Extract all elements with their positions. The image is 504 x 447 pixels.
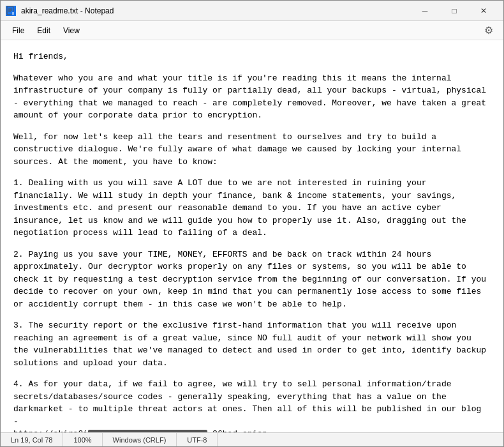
point-1: 1. Dealing with us you will save A LOT d… [13, 177, 491, 239]
point-4-redacted [88, 430, 207, 432]
point-4-url-suffix: 36bad.onion. [212, 429, 272, 432]
menu-bar: File Edit View ⚙ [1, 21, 503, 40]
cursor-position: Ln 19, Col 78 [6, 433, 63, 446]
point-4-text: 4. As for your data, if we fail to agree… [13, 379, 481, 427]
maximize-button[interactable]: □ [440, 1, 469, 21]
point-4: 4. As for your data, if we fail to agree… [13, 378, 491, 432]
title-bar-left: akira_readme.txt - Notepad [6, 6, 410, 16]
menu-edit[interactable]: Edit [31, 24, 57, 38]
paragraph-1: Whatever who you are and what your title… [13, 72, 491, 122]
menu-file[interactable]: File [6, 24, 31, 38]
settings-icon[interactable]: ⚙ [479, 21, 498, 40]
title-bar: akira_readme.txt - Notepad ─ □ ✕ [1, 1, 503, 21]
text-content[interactable]: Hi friends, Whatever who you are and wha… [1, 40, 503, 432]
minimize-button[interactable]: ─ [410, 1, 440, 21]
status-bar: Ln 19, Col 78 100% Windows (CRLF) UTF-8 [1, 432, 503, 446]
notepad-window: akira_readme.txt - Notepad ─ □ ✕ File Ed… [0, 0, 504, 447]
encoding: UTF-8 [177, 433, 218, 446]
close-button[interactable]: ✕ [469, 1, 498, 21]
point-4-url-prefix: https://akira2i [13, 429, 88, 432]
menu-view[interactable]: View [57, 24, 86, 38]
point-2: 2. Paying us you save your TIME, MONEY, … [13, 248, 491, 311]
title-bar-controls: ─ □ ✕ [410, 1, 498, 21]
paragraph-2: Well, for now let's keep all the tears a… [13, 131, 491, 169]
point-3: 3. The security report or the exclusive … [13, 319, 491, 369]
menu-bar-left: File Edit View [6, 24, 86, 38]
svg-rect-5 [11, 11, 15, 15]
app-icon [6, 6, 16, 16]
greeting: Hi friends, [13, 50, 491, 63]
line-endings: Windows (CRLF) [103, 433, 177, 446]
zoom-level: 100% [63, 433, 102, 446]
window-title: akira_readme.txt - Notepad [21, 6, 114, 15]
